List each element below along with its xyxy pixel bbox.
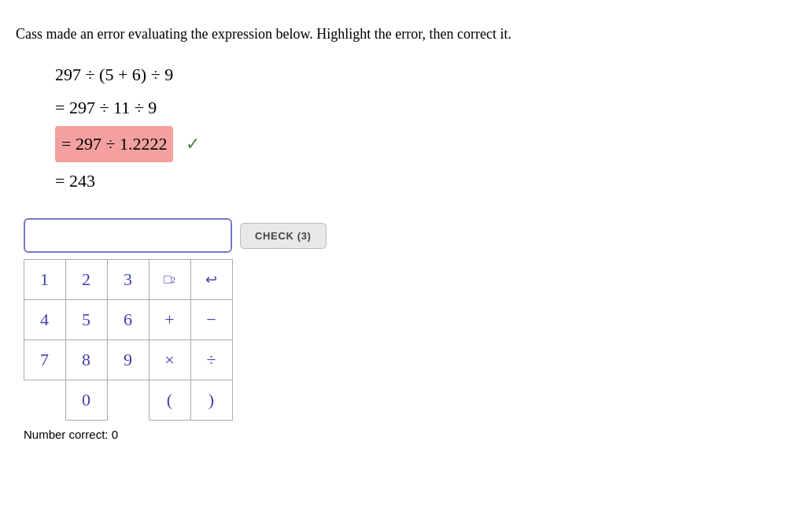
key-2[interactable]: 2: [65, 259, 108, 300]
key-open-paren[interactable]: (: [149, 380, 191, 421]
input-area: CHECK (3): [24, 218, 796, 253]
key-5[interactable]: 5: [65, 299, 108, 340]
key-3[interactable]: 3: [107, 259, 149, 300]
math-expr-1: 297 ÷ (5 + 6) ÷ 9: [55, 59, 173, 91]
key-multiply[interactable]: ×: [149, 339, 191, 380]
math-block: 297 ÷ (5 + 6) ÷ 9 = 297 ÷ 11 ÷ 9 = 297 ÷…: [55, 59, 796, 196]
number-correct: Number correct: 0: [24, 428, 796, 441]
math-line-4: = 243: [55, 165, 796, 197]
keypad-row-2: 4 5 6 + −: [24, 299, 796, 339]
key-4[interactable]: 4: [24, 299, 66, 340]
math-expr-3-highlighted: = 297 ÷ 1.2222: [55, 126, 173, 162]
instruction-text: Cass made an error evaluating the expres…: [16, 24, 796, 45]
key-backspace[interactable]: ↩: [190, 259, 233, 300]
answer-input[interactable]: [24, 218, 232, 253]
key-6[interactable]: 6: [107, 299, 149, 340]
key-8[interactable]: 8: [65, 339, 108, 380]
key-empty-2: [107, 380, 149, 421]
key-divide[interactable]: ÷: [190, 339, 233, 380]
key-square[interactable]: □2: [149, 259, 191, 300]
math-line-3: = 297 ÷ 1.2222 ✓: [55, 124, 796, 164]
math-expr-4: = 243: [55, 165, 95, 197]
keypad: 1 2 3 □2 ↩ 4 5 6 + − 7 8 9 × ÷ 0 ( ): [24, 259, 796, 420]
keypad-row-1: 1 2 3 □2 ↩: [24, 259, 796, 299]
key-9[interactable]: 9: [107, 339, 149, 380]
check-button[interactable]: CHECK (3): [240, 223, 327, 249]
keypad-row-4: 0 ( ): [24, 380, 796, 420]
math-expr-2: = 297 ÷ 11 ÷ 9: [55, 92, 157, 124]
key-minus[interactable]: −: [190, 299, 233, 340]
math-line-2: = 297 ÷ 11 ÷ 9: [55, 92, 796, 124]
keypad-row-3: 7 8 9 × ÷: [24, 339, 796, 380]
key-0[interactable]: 0: [65, 380, 108, 421]
key-plus[interactable]: +: [149, 299, 191, 340]
checkmark-icon: ✓: [186, 128, 200, 160]
math-line-1: 297 ÷ (5 + 6) ÷ 9: [55, 59, 796, 91]
key-empty-1: [24, 380, 66, 421]
key-1[interactable]: 1: [24, 259, 66, 300]
key-7[interactable]: 7: [24, 339, 66, 380]
key-close-paren[interactable]: ): [190, 380, 233, 421]
